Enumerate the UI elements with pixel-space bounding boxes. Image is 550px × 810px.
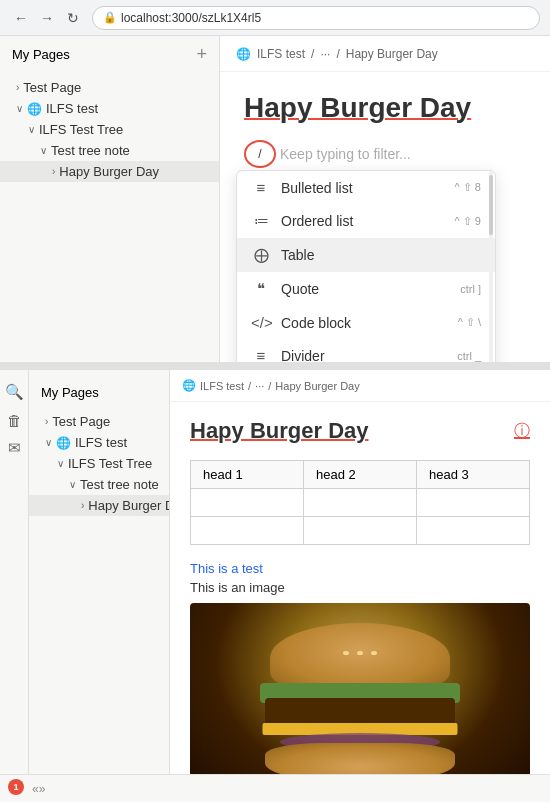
breadcrumb: 🌐 ILFS test / ··· / Hapy Burger Day [220, 36, 550, 72]
table-icon: ⨁ [251, 246, 271, 264]
breadcrumb-bottom: 🌐 ILFS test / ··· / Hapy Burger Day [170, 370, 550, 402]
forward-button[interactable]: → [36, 7, 58, 29]
sidebar-item-test-page[interactable]: › Test Page [0, 77, 219, 98]
slash-item-label: Ordered list [281, 213, 445, 229]
shortcut-text: ^ ⇧ \ [458, 316, 481, 329]
shortcut-text: ^ ⇧ 9 [455, 215, 481, 228]
breadcrumb-sep1: / [311, 47, 314, 61]
search-icon[interactable]: 🔍 [0, 378, 28, 406]
shortcut-text: ctrl _ [457, 350, 481, 362]
sesame-seed [357, 651, 363, 655]
burger-bun-bottom [265, 743, 455, 774]
slash-item-label: Table [281, 247, 471, 263]
page-title-text-bottom: Hapy Burger Day [190, 418, 369, 444]
table-row [191, 517, 530, 545]
breadcrumb-sep2-b: / [268, 380, 271, 392]
trash-icon[interactable]: 🗑 [0, 406, 28, 434]
browser-bar: ← → ↻ 🔒 localhost:3000/szLk1X4rl5 [0, 0, 550, 36]
breadcrumb-sep1-b: / [248, 380, 251, 392]
text-this-is-an-image: This is an image [190, 580, 530, 595]
table-cell[interactable] [417, 489, 530, 517]
sidebar-bottom: 🔍 🗑 ✉ My Pages + › Test Page ∨ 🌐 [0, 370, 170, 774]
table-cell[interactable] [191, 517, 304, 545]
table-row [191, 489, 530, 517]
breadcrumb-page: Hapy Burger Day [346, 47, 438, 61]
warning-icon: ⓘ [514, 421, 530, 442]
slash-menu-item-code-block[interactable]: </> Code block ^ ⇧ \ [237, 306, 495, 339]
chevron-icon: › [52, 166, 55, 177]
reload-button[interactable]: ↻ [62, 7, 84, 29]
sidebar-item-hapy-burger-day[interactable]: › Hapy Burger Day [0, 161, 219, 182]
sidebar-item-label: Hapy Burger Day [88, 498, 170, 513]
shortcut-text: ^ ⇧ 8 [455, 181, 481, 194]
sidebar-item-test-tree-note[interactable]: ∨ Test tree note [0, 140, 219, 161]
burger-visual [190, 603, 530, 774]
slash-menu-container: / Keep typing to filter... ≡ Bulleted li… [244, 140, 526, 168]
address-bar[interactable]: 🔒 localhost:3000/szLk1X4rl5 [92, 6, 540, 30]
sidebar-item-label: ILFS Test Tree [39, 122, 123, 137]
table-cell[interactable] [191, 489, 304, 517]
sidebar-item-label: Test tree note [51, 143, 130, 158]
scrollbar[interactable] [489, 171, 493, 362]
sidebar-item-ilfs-test-tree[interactable]: ∨ ILFS Test Tree [0, 119, 219, 140]
sidebar-item-label: ILFS test [46, 101, 98, 116]
sidebar-item-ilfs-test-b[interactable]: ∨ 🌐 ILFS test [29, 432, 170, 453]
bulleted-list-icon: ≡ [251, 179, 271, 196]
breadcrumb-globe-icon-b: 🌐 [182, 379, 196, 392]
collapse-arrows-icon[interactable]: «» [32, 782, 45, 796]
sidebar-header: My Pages + [0, 36, 219, 73]
slash-menu-item-ordered-list[interactable]: ≔ Ordered list ^ ⇧ 9 [237, 204, 495, 238]
chevron-icon: › [81, 500, 84, 511]
slash-menu-item-quote[interactable]: ❝ Quote ctrl ] [237, 272, 495, 306]
back-button[interactable]: ← [10, 7, 32, 29]
sidebar-item-ilfs-test-tree-b[interactable]: ∨ ILFS Test Tree [29, 453, 170, 474]
sidebar-item-label: Test Page [23, 80, 81, 95]
shortcut-text: ctrl ] [460, 283, 481, 295]
main-content-bottom: 🌐 ILFS test / ··· / Hapy Burger Day Hapy… [170, 370, 550, 774]
sidebar-item-test-page-b[interactable]: › Test Page [29, 411, 170, 432]
sidebar-title-bottom: My Pages [41, 385, 99, 400]
slash-cursor: / [244, 140, 276, 168]
sidebar-item-label: ILFS test [75, 435, 127, 450]
slash-item-label: Code block [281, 315, 448, 331]
slash-menu-item-divider[interactable]: ≡ Divider ctrl _ [237, 339, 495, 362]
url-text: localhost:3000/szLk1X4rl5 [121, 11, 261, 25]
page-content-bottom: Hapy Burger Day ⓘ head 1 head 2 head 3 [170, 402, 550, 774]
code-block-icon: </> [251, 314, 271, 331]
sidebar-item-test-tree-note-b[interactable]: ∨ Test tree note [29, 474, 170, 495]
page-title-bottom: Hapy Burger Day ⓘ [190, 418, 530, 444]
table-cell[interactable] [304, 489, 417, 517]
page-title: Hapy Burger Day [244, 92, 526, 124]
breadcrumb-app-b: ILFS test [200, 380, 244, 392]
sidebar-item-label: Test tree note [80, 477, 159, 492]
sidebar-item-hapy-burger-day-b[interactable]: › Hapy Burger Day [29, 495, 170, 516]
text-this-is-a-test: This is a test [190, 561, 530, 576]
burger-image [190, 603, 530, 774]
slash-item-label: Divider [281, 348, 447, 363]
slash-item-label: Bulleted list [281, 180, 445, 196]
bottom-section: 🔍 🗑 ✉ My Pages + › Test Page ∨ 🌐 [0, 370, 550, 802]
sidebar-item-ilfs-test[interactable]: ∨ 🌐 ILFS test [0, 98, 219, 119]
inbox-icon[interactable]: ✉ [0, 434, 28, 462]
notification-badge: 1 [8, 779, 24, 795]
add-page-button[interactable]: + [196, 44, 207, 65]
slash-menu-item-bulleted-list[interactable]: ≡ Bulleted list ^ ⇧ 8 [237, 171, 495, 204]
table-cell[interactable] [304, 517, 417, 545]
bottom-sidebar-nav: My Pages + › Test Page ∨ 🌐 ILFS test ∨ [29, 370, 170, 774]
content-table: head 1 head 2 head 3 [190, 460, 530, 545]
filter-placeholder: Keep typing to filter... [280, 146, 411, 162]
bottom-bar: 1 «» [0, 774, 550, 802]
breadcrumb-globe-icon: 🌐 [236, 47, 251, 61]
chevron-icon: ∨ [40, 145, 47, 156]
slash-input: / Keep typing to filter... [244, 140, 526, 168]
breadcrumb-sep2: / [336, 47, 339, 61]
nav-buttons: ← → ↻ [10, 7, 84, 29]
lock-icon: 🔒 [103, 11, 117, 24]
sidebar-item-label: Hapy Burger Day [59, 164, 159, 179]
breadcrumb-dots: ··· [320, 47, 330, 61]
chevron-icon: › [16, 82, 19, 93]
table-cell[interactable] [417, 517, 530, 545]
slash-menu-item-table[interactable]: ⨁ Table [237, 238, 495, 272]
breadcrumb-page-b: Hapy Burger Day [275, 380, 359, 392]
sesame-seed [371, 651, 377, 655]
